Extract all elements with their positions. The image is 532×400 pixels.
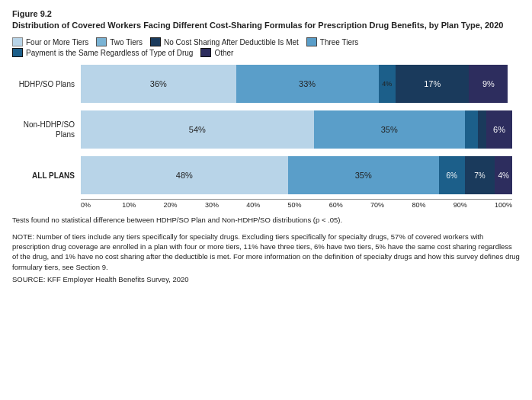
segment-nonhdhp-three-tiers: 35% — [314, 110, 465, 149]
legend-color-two-tiers — [96, 37, 107, 46]
x-label-80: 80% — [412, 201, 453, 209]
footnote-1: Tests found no statistical difference be… — [12, 215, 520, 225]
legend-item-two-tiers: Two Tiers — [96, 37, 143, 46]
legend-label-four-tiers: Four or More Tiers — [26, 38, 88, 46]
legend-item-four-tiers: Four or More Tiers — [12, 37, 88, 46]
segment-nonhdhp-no-cost — [478, 110, 486, 149]
x-label-90: 90% — [453, 201, 495, 209]
bar-hdhp: 36% 33% 4% 17% 9% — [81, 65, 512, 103]
legend-color-no-cost-sharing — [150, 37, 161, 46]
figure-number: Figure 9.2 — [12, 9, 520, 18]
x-label-30: 30% — [205, 201, 246, 209]
segment-hdhp-three-tiers: 33% — [236, 65, 379, 103]
x-label-10: 10% — [122, 201, 163, 209]
segment-nonhdhp-other: 6% — [486, 110, 512, 149]
legend-item-three-tiers: Three Tiers — [306, 37, 359, 46]
x-label-70: 70% — [370, 201, 412, 209]
segment-allplans-four-tiers: 48% — [81, 156, 288, 194]
bar-row-allplans: ALL PLANS 48% 35% 6% 7% 4% — [81, 156, 512, 194]
legend-label-no-cost-sharing: No Cost Sharing After Deductible Is Met — [164, 38, 299, 46]
figure-title: Distribution of Covered Workers Facing D… — [12, 20, 520, 31]
x-label-0: 0% — [81, 201, 122, 209]
segment-nonhdhp-four-tiers: 54% — [81, 110, 314, 149]
bar-nonhdhp: 54% 35% 6% — [81, 110, 512, 149]
segment-nonhdhp-payment-same — [465, 110, 478, 149]
row-label-allplans: ALL PLANS — [12, 171, 81, 181]
chart-wrapper: HDHP/SO Plans 36% 33% 4% 17% 9% Non-HDHP… — [81, 65, 512, 209]
legend: Four or More Tiers Two Tiers No Cost Sha… — [12, 37, 520, 57]
footnote-source: SOURCE: KFF Employer Health Benefits Sur… — [12, 274, 520, 284]
footnotes: Tests found no statistical difference be… — [12, 215, 520, 284]
legend-color-other — [200, 48, 211, 57]
legend-color-four-tiers — [12, 37, 23, 46]
x-label-60: 60% — [329, 201, 370, 209]
x-label-100: 100% — [495, 201, 512, 209]
legend-item-no-cost-sharing: No Cost Sharing After Deductible Is Met — [150, 37, 299, 46]
x-label-40: 40% — [246, 201, 287, 209]
legend-item-other: Other — [200, 48, 233, 57]
segment-allplans-three-tiers: 35% — [288, 156, 439, 194]
segment-hdhp-other: 9% — [469, 65, 508, 103]
x-axis: 0% 10% 20% 30% 40% 50% 60% 70% 80% 90% 1… — [81, 199, 512, 209]
legend-color-payment-same — [12, 48, 23, 57]
legend-item-payment-same: Payment is the Same Regardless of Type o… — [12, 48, 193, 57]
bar-allplans: 48% 35% 6% 7% 4% — [81, 156, 512, 194]
segment-hdhp-no-cost: 17% — [396, 65, 469, 103]
legend-color-three-tiers — [306, 37, 317, 46]
legend-label-three-tiers: Three Tiers — [320, 38, 359, 46]
segment-hdhp-four-tiers: 36% — [81, 65, 236, 103]
segment-allplans-other: 4% — [495, 156, 512, 194]
row-label-hdhp: HDHP/SO Plans — [12, 79, 81, 89]
legend-label-two-tiers: Two Tiers — [110, 38, 143, 46]
legend-label-payment-same: Payment is the Same Regardless of Type o… — [26, 49, 193, 57]
row-label-nonhdhp: Non-HDHP/SO Plans — [12, 120, 81, 139]
segment-allplans-payment-same: 6% — [439, 156, 465, 194]
bar-row-nonhdhp: Non-HDHP/SO Plans 54% 35% 6% — [81, 110, 512, 149]
segment-hdhp-payment-same: 4% — [379, 65, 396, 103]
legend-label-other: Other — [214, 49, 233, 57]
x-label-50: 50% — [287, 201, 328, 209]
segment-allplans-no-cost: 7% — [465, 156, 495, 194]
x-label-20: 20% — [164, 201, 205, 209]
bar-row-hdhp: HDHP/SO Plans 36% 33% 4% 17% 9% — [81, 65, 512, 103]
footnote-2: NOTE: Number of tiers include any tiers … — [12, 232, 520, 272]
